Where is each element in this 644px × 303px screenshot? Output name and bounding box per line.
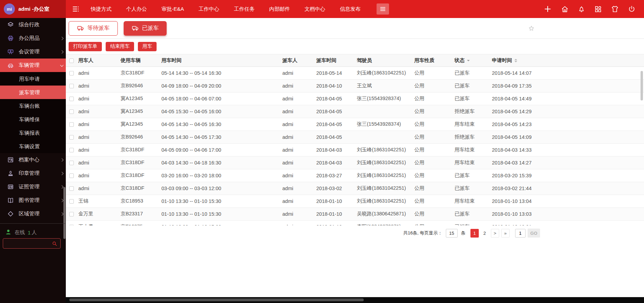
nav-item[interactable]: 信息发布 <box>333 0 368 18</box>
go-button[interactable]: GO <box>528 229 540 238</box>
row-checkbox[interactable] <box>69 161 74 165</box>
sidebar-item-cheliang-guanli[interactable]: 车辆管理 <box>0 59 66 72</box>
table-cell: admi <box>76 156 118 169</box>
table-cell: 公用 <box>412 118 452 131</box>
sidebar-item-quyu-guanli[interactable]: 区域管理 <box>0 207 66 220</box>
nav-item[interactable]: 内部邮件 <box>262 0 297 18</box>
row-checkbox[interactable] <box>69 148 74 152</box>
top-nav: 快捷方式个人办公审批-E&A工作中心工作任务内部邮件文档中心信息发布 <box>83 0 368 18</box>
table-cell: admi <box>76 105 118 118</box>
theme-shirt-icon[interactable] <box>611 5 619 13</box>
table-cell: 2018-01-10 13:01 <box>490 220 549 225</box>
filler-cell <box>549 105 644 118</box>
table-cell: 2018-01-10 13:04 <box>490 195 549 207</box>
sidebar-subitem[interactable]: 用车申请 <box>0 72 66 86</box>
toolbar-button[interactable]: 用车 <box>138 42 157 51</box>
sidebar-item-tushu-guanli[interactable]: 图书管理 <box>0 194 66 207</box>
sidebar-subitem[interactable]: 车辆台账 <box>0 99 66 113</box>
sort-up-icon <box>514 57 517 60</box>
next-page-button[interactable]: > <box>491 229 499 238</box>
table-cell: 公用 <box>412 92 452 105</box>
table-cell: 2018-01-10 <box>314 195 355 207</box>
table-row: 王大勇京F1687501-10 13:30 -- 01-10 15:30admi… <box>66 220 644 225</box>
select-all-checkbox[interactable] <box>69 59 74 63</box>
sidebar-subitem[interactable]: 车辆报表 <box>0 126 66 140</box>
row-checkbox[interactable] <box>69 97 74 101</box>
table-cell: 2018-04-03 <box>314 143 355 156</box>
column-header: 用车性质 <box>412 54 452 66</box>
sidebar-search-input[interactable] <box>3 241 52 246</box>
table-cell: admi <box>280 131 314 143</box>
table-row: admi京C318DF03-20 16:00 -- 03-20 18:00adm… <box>66 169 644 182</box>
page-button-2[interactable]: 2 <box>480 229 489 238</box>
row-checkbox[interactable] <box>69 84 74 88</box>
vertical-scrollbar[interactable] <box>641 71 643 100</box>
row-checkbox[interactable] <box>69 225 74 225</box>
bell-icon[interactable] <box>577 5 585 13</box>
row-checkbox[interactable] <box>69 122 74 127</box>
tab-waiting[interactable]: 等待派车 <box>69 21 118 36</box>
nav-item[interactable]: 工作任务 <box>227 0 262 18</box>
nav-item[interactable]: 快捷方式 <box>83 0 119 18</box>
chevron-right-icon <box>60 158 64 162</box>
person-icon <box>5 229 12 237</box>
tab-dispatched[interactable]: 已派车 <box>124 21 167 36</box>
row-checkbox[interactable] <box>69 135 74 140</box>
table-cell: admi <box>76 169 118 182</box>
sidebar-item-bangong-yongpin[interactable]: 办公用品 <box>0 32 66 45</box>
sidebar-subitem[interactable]: 车辆设置 <box>0 140 66 153</box>
sidebar-item-zhengzhao-guanli[interactable]: 证照管理 <box>0 180 66 194</box>
power-logout-icon[interactable] <box>628 5 636 13</box>
table-cell: 已派车 <box>452 182 490 195</box>
toolbar-button[interactable]: 结束用车 <box>106 42 134 51</box>
printer-icon <box>7 35 14 42</box>
goto-page-input[interactable] <box>515 229 526 238</box>
checkbox-cell <box>66 156 76 169</box>
table-cell: 2018-04-05 <box>314 105 355 118</box>
table-cell: 公用 <box>412 66 452 79</box>
menu-fold-icon[interactable] <box>72 5 80 13</box>
filler-cell <box>549 92 644 105</box>
row-checkbox[interactable] <box>69 173 74 178</box>
sort-down-icon <box>514 61 517 64</box>
nav-item[interactable]: 个人办公 <box>119 0 154 18</box>
sidebar-subitem[interactable]: 车辆维保 <box>0 113 66 126</box>
sidebar-item-dangan-zhongxin[interactable]: 档案中心 <box>0 153 66 167</box>
table-cell: 2018-03-27 <box>314 169 355 182</box>
table-cell: 京C18953 <box>118 195 159 207</box>
sidebar-item-huiyi-guanli[interactable]: 会议管理 <box>0 45 66 59</box>
sidebar-item-zonghe-xingzheng[interactable]: 综合行政 <box>0 18 66 32</box>
nav-item[interactable]: 工作中心 <box>191 0 227 18</box>
filter-caret-icon[interactable] <box>467 60 470 63</box>
nav-item[interactable]: 文档中心 <box>297 0 333 18</box>
toolbar-button[interactable]: 打印派车单 <box>69 42 102 51</box>
search-icon[interactable] <box>52 241 58 247</box>
table-cell: 2018-03-02 21:44 <box>490 182 549 195</box>
table-cell: 2018-04-10 <box>314 79 355 92</box>
nav-item[interactable]: 审批-E&A <box>154 0 191 18</box>
horizontal-scrollbar[interactable] <box>69 298 364 301</box>
user-avatar[interactable]: mi <box>4 3 15 15</box>
more-menus-button[interactable] <box>377 3 389 15</box>
table-cell: 公用 <box>412 156 452 169</box>
sidebar-item-label: 证照管理 <box>19 184 39 190</box>
filler-cell <box>549 79 644 92</box>
row-checkbox[interactable] <box>69 212 74 216</box>
page-size-input[interactable] <box>446 229 458 238</box>
favorite-star-icon[interactable] <box>528 25 535 33</box>
table-cell: admi <box>280 156 314 169</box>
sidebar-item-yinzhang-guanli[interactable]: 印章管理 <box>0 167 66 180</box>
row-checkbox[interactable] <box>69 199 74 204</box>
table-cell: 京B92646 <box>118 79 159 92</box>
plus-icon[interactable] <box>543 5 552 14</box>
sort-icon[interactable] <box>514 57 517 64</box>
row-checkbox[interactable] <box>69 109 74 114</box>
page-button-1[interactable]: 1 <box>470 229 479 238</box>
sidebar-subitem[interactable]: 派车管理 <box>0 86 66 99</box>
apps-grid-icon[interactable] <box>594 5 602 13</box>
last-page-button[interactable]: » <box>501 229 510 238</box>
home-icon[interactable] <box>561 5 569 13</box>
table-cell: 王立斌 <box>355 79 412 92</box>
row-checkbox[interactable] <box>69 71 74 75</box>
row-checkbox[interactable] <box>69 186 74 191</box>
